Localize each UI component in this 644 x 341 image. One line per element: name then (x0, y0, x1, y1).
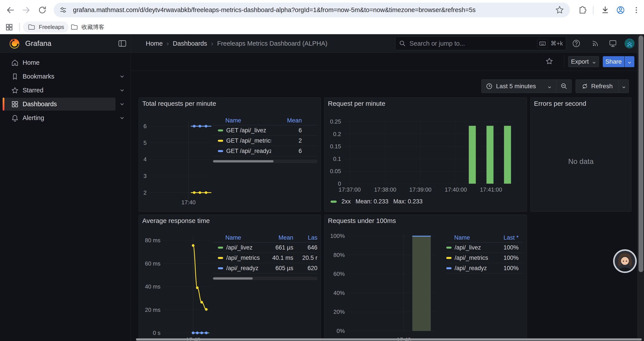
table-scrollbar[interactable] (212, 160, 318, 163)
series-name[interactable]: /api/_livez (226, 244, 260, 251)
legend-series-name[interactable]: 2xx (342, 198, 351, 205)
zoom-out-time-button[interactable] (556, 80, 572, 93)
kiosk-mode-button[interactable] (608, 39, 617, 48)
panel-requests-under-100ms: Requests under 100ms 100%80%60%40%20%0%1… (324, 215, 527, 341)
monitor-icon (608, 39, 617, 48)
col-header-mean[interactable]: Mean (271, 117, 302, 124)
breadcrumb-dashboards[interactable]: Dashboards (173, 40, 207, 47)
chevron-down-icon[interactable] (120, 102, 125, 107)
sidebar: Home Bookmarks Starred Dashboards (0, 53, 131, 341)
sidebar-item-home[interactable]: Home (0, 56, 131, 70)
bookmark-star-icon[interactable] (554, 5, 565, 15)
series-name[interactable]: /api/_metrics (226, 254, 260, 261)
sidebar-item-alerting[interactable]: Alerting (0, 111, 131, 125)
svg-text:60%: 60% (334, 270, 345, 277)
breadcrumb-current: Freeleaps Metrics Dashboard (ALPHA) (217, 40, 328, 47)
mega-menu-toggle[interactable] (118, 40, 126, 47)
scrollbar-thumb[interactable] (638, 36, 643, 272)
sidebar-item-dashboards[interactable]: Dashboards (0, 97, 131, 111)
breadcrumb-home[interactable]: Home (146, 40, 163, 47)
svg-text:4: 4 (144, 156, 147, 163)
col-header-last[interactable]: Las (293, 234, 318, 241)
series-name[interactable]: GET /api/_metrics (226, 137, 271, 144)
panel-request-per-minute: Request per minute 0.250.20.150.10.05017… (324, 97, 527, 212)
svg-text:17:39:00: 17:39:00 (409, 186, 432, 193)
table-scrollbar[interactable] (212, 277, 318, 280)
home-icon (11, 59, 19, 67)
chevron-down-icon[interactable] (120, 88, 125, 93)
downloads-button[interactable] (600, 5, 610, 15)
grafana-app: Grafana Home › Dashboards › Freeleaps Me… (0, 34, 644, 341)
brand-section: Grafana (0, 34, 131, 53)
bookmark-folder-freeleaps[interactable]: Freeleaps (23, 22, 68, 33)
search-input[interactable]: Search or jump to... ⌘+k (395, 37, 566, 50)
bookmark-folder-blogs[interactable]: 收藏博客 (66, 22, 109, 33)
browser-reload-button[interactable] (37, 5, 47, 15)
sidebar-item-bookmarks[interactable]: Bookmarks (0, 70, 131, 83)
grafana-header: Grafana Home › Dashboards › Freeleaps Me… (0, 34, 644, 53)
table-row: GET /api/_readyz 6 (212, 146, 318, 156)
browser-back-button[interactable] (5, 5, 15, 15)
page-vertical-scrollbar[interactable] (638, 34, 644, 341)
bar-chart: 0.250.20.150.10.05017:37:0017:38:0017:39… (324, 98, 527, 212)
series-name[interactable]: /api/_readyz (226, 265, 260, 272)
series-swatch (218, 247, 223, 249)
svg-text:17:40:00: 17:40:00 (445, 186, 467, 193)
col-header-mean[interactable]: Mean (260, 234, 293, 241)
series-name[interactable]: GET /api/_livez (226, 127, 271, 134)
active-accent-bar (3, 98, 4, 111)
address-bar[interactable]: grafana.mathmast.com/d/deytv4rwavabkb/fr… (54, 3, 570, 17)
bookmark-icon (11, 73, 19, 81)
series-swatch (218, 140, 223, 142)
col-header-name[interactable]: Name (225, 117, 271, 124)
svg-text:0 s: 0 s (153, 329, 160, 336)
back-icon (5, 5, 15, 15)
bookmarks-divider (19, 23, 20, 31)
share-button[interactable]: Share (603, 56, 624, 67)
browser-forward-button[interactable] (21, 5, 31, 15)
svg-text:0.15: 0.15 (330, 143, 341, 150)
legend-mean: Mean: 0.233 (356, 198, 388, 205)
chart-legend: 2xx Mean: 0.233 Max: 0.233 (330, 198, 422, 205)
svg-text:0.05: 0.05 (330, 168, 341, 174)
refresh-interval-dropdown[interactable] (619, 80, 629, 93)
chevron-down-icon[interactable] (120, 115, 125, 121)
breadcrumb-separator: › (166, 40, 169, 47)
clock-icon (486, 83, 492, 90)
forward-icon (21, 5, 31, 15)
series-name[interactable]: /api/_readyz (454, 265, 490, 272)
help-button[interactable] (572, 39, 581, 48)
browser-menu-button[interactable] (631, 5, 641, 15)
favorite-star-button[interactable] (545, 57, 553, 65)
apps-grid-icon[interactable] (5, 23, 14, 32)
page-horizontal-scrollbar[interactable] (136, 338, 642, 340)
bookmark-label: Freeleaps (39, 24, 64, 31)
refresh-button[interactable]: Refresh (576, 80, 618, 93)
sidebar-item-starred[interactable]: Starred (0, 83, 131, 97)
time-range-picker[interactable]: Last 5 minutes (481, 80, 556, 93)
no-data-message: No data (530, 157, 631, 166)
site-settings-icon[interactable] (58, 5, 68, 15)
export-button[interactable]: Export (568, 56, 599, 67)
bookmark-label: 收藏博客 (82, 23, 104, 31)
share-dropdown-button[interactable] (624, 56, 634, 67)
panel-title[interactable]: Errors per second (534, 100, 586, 107)
profile-button[interactable] (616, 5, 626, 15)
assistant-avatar-button[interactable] (613, 249, 637, 273)
series-name[interactable]: /api/_metrics (454, 254, 490, 261)
extensions-button[interactable] (577, 5, 587, 15)
panel-average-response-time: Average response time 80 ms60 ms40 ms20 … (138, 215, 321, 341)
chevron-down-icon[interactable] (120, 74, 125, 79)
series-name[interactable]: /api/_livez (454, 244, 490, 251)
news-button[interactable] (591, 39, 600, 48)
user-avatar[interactable] (624, 38, 634, 49)
col-header-last[interactable]: Last * (490, 234, 518, 241)
series-name[interactable]: GET /api/_readyz (226, 148, 271, 154)
url-text[interactable]: grafana.mathmast.com/d/deytv4rwavabkb/fr… (73, 3, 544, 17)
table-row: GET /api/_metrics 2 (212, 136, 318, 146)
grafana-logo[interactable] (8, 37, 20, 50)
col-header-name[interactable]: Name (454, 234, 490, 241)
col-header-name[interactable]: Name (225, 234, 260, 241)
search-shortcut: ⌘+k (550, 40, 563, 47)
extensions-puzzle-icon (577, 5, 587, 15)
